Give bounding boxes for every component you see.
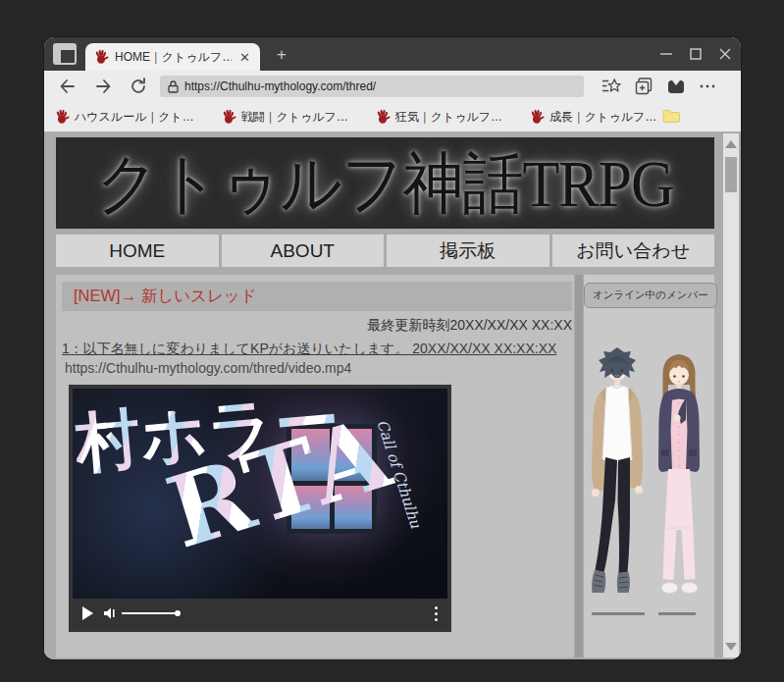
character-boy-illustration <box>586 343 649 604</box>
minimize-button[interactable] <box>658 46 674 62</box>
settings-menu-icon[interactable] <box>698 77 717 96</box>
nav-home[interactable]: HOME <box>56 235 219 267</box>
character-girl-illustration <box>649 351 709 604</box>
bookmark-hand-icon <box>529 109 545 125</box>
favicon-hand-icon <box>93 49 109 65</box>
nav-about[interactable]: ABOUT <box>222 235 385 267</box>
tab-title: HOME｜クトゥルフ… <box>115 49 232 66</box>
bookmark-hand-icon <box>54 109 70 125</box>
bookmark-madness[interactable]: 狂気｜クトゥルフ… <box>375 109 502 126</box>
site-title: クトゥルフ神話TRPG <box>96 137 674 228</box>
last-update-timestamp: 最終更新時刻20XX/XX/XX XX:XX <box>367 317 572 335</box>
tab-switcher-icon[interactable] <box>53 43 77 65</box>
thread-main-column: [NEW]→ 新しいスレッド 最終更新時刻20XX/XX/XX XX:XX 1：… <box>56 275 574 657</box>
play-button[interactable] <box>82 606 93 620</box>
video-url-text[interactable]: https://Cthulhu-mythology.com/thred/vide… <box>65 360 351 376</box>
lock-icon <box>168 80 179 93</box>
video-player[interactable]: 村ホラー RTA Call of Cthulhu <box>69 385 451 632</box>
character-caption <box>658 612 696 615</box>
volume-control[interactable] <box>103 606 179 620</box>
bookmark-folder-icon[interactable] <box>662 109 680 124</box>
address-bar[interactable]: https://Cthulhu-mythology.com/thred/ <box>160 76 584 97</box>
window-controls <box>658 42 733 66</box>
bookmark-label: ハウスルール｜クト… <box>75 109 194 126</box>
volume-slider[interactable] <box>122 612 179 614</box>
nav-contact[interactable]: お問い合わせ <box>552 235 715 267</box>
bookmark-growth[interactable]: 成長｜クトゥルフ… <box>529 109 656 126</box>
online-members-sidebar: オンライン中のメンバー <box>584 275 714 657</box>
navigation-toolbar: https://Cthulhu-mythology.com/thred/ <box>44 71 741 102</box>
url-text: https://Cthulhu-mythology.com/thred/ <box>184 79 376 93</box>
site-header-banner: クトゥルフ神話TRPG <box>56 137 714 229</box>
window-layout-icon <box>53 43 77 65</box>
bookmark-house-rules[interactable]: ハウスルール｜クト… <box>54 109 194 126</box>
collections-icon[interactable] <box>634 77 653 96</box>
bookmark-combat[interactable]: 戦闘｜クトゥルフ… <box>221 109 348 126</box>
video-controls <box>73 599 447 628</box>
browser-essentials-icon[interactable] <box>666 77 686 96</box>
site-nav: HOME ABOUT 掲示板 お問い合わせ <box>56 235 714 267</box>
bookmark-hand-icon <box>221 109 236 125</box>
speaker-icon <box>103 606 119 620</box>
forward-icon[interactable] <box>93 77 113 96</box>
close-button[interactable] <box>717 46 733 62</box>
new-thread-link[interactable]: [NEW]→ 新しいスレッド <box>74 286 257 307</box>
browser-tab[interactable]: HOME｜クトゥルフ… ✕ <box>85 43 260 71</box>
tab-bar: HOME｜クトゥルフ… ✕ + <box>44 37 741 71</box>
page-scrollbar[interactable] <box>723 133 739 657</box>
character-caption <box>592 612 645 615</box>
video-menu-icon[interactable] <box>435 606 438 621</box>
page-viewport: クトゥルフ神話TRPG HOME ABOUT 掲示板 お問い合わせ [NEW]→… <box>44 131 741 659</box>
back-icon[interactable] <box>58 77 78 96</box>
bookmark-label: 戦闘｜クトゥルフ… <box>241 109 348 126</box>
new-thread-strip: [NEW]→ 新しいスレッド <box>62 282 572 311</box>
bookmark-label: 成長｜クトゥルフ… <box>549 109 656 126</box>
thread-post-line: 1：以下名無しに変わりましてKPがお送りいたします。 20XX/XX/XX XX… <box>62 341 556 358</box>
nav-board[interactable]: 掲示板 <box>387 235 549 267</box>
online-members-label: オンライン中のメンバー <box>584 283 717 308</box>
favorites-icon[interactable] <box>601 77 621 96</box>
scroll-down-arrow-icon[interactable] <box>725 643 737 651</box>
tab-close-icon[interactable]: ✕ <box>237 49 252 66</box>
new-tab-button[interactable]: + <box>272 45 291 65</box>
video-thumbnail: 村ホラー RTA Call of Cthulhu <box>73 389 447 599</box>
desktop-background: HOME｜クトゥルフ… ✕ + <box>0 0 784 682</box>
bookmarks-bar: ハウスルール｜クト… 戦闘｜クトゥルフ… 狂気｜クトゥルフ… 成長｜クトゥルフ… <box>44 102 741 131</box>
maximize-button[interactable] <box>688 46 704 62</box>
column-divider <box>575 275 583 657</box>
scrollbar-thumb[interactable] <box>725 157 737 192</box>
scroll-up-arrow-icon[interactable] <box>725 140 737 148</box>
refresh-icon[interactable] <box>129 77 148 96</box>
bookmark-hand-icon <box>375 109 391 125</box>
bookmark-label: 狂気｜クトゥルフ… <box>395 109 502 126</box>
browser-window: HOME｜クトゥルフ… ✕ + <box>44 37 741 659</box>
